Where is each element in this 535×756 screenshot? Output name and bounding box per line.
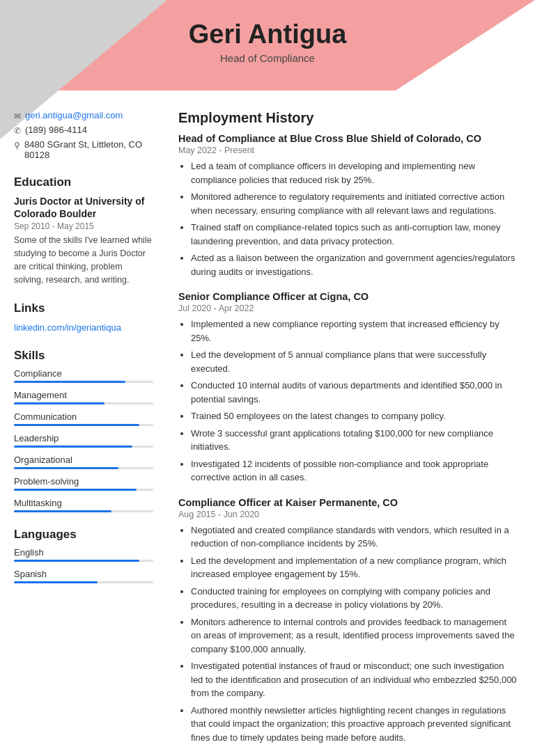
job-bullet: Authored monthly newsletter articles hig… (191, 704, 518, 745)
main-content: Employment History Head of Compliance at… (167, 110, 535, 756)
languages-title: Languages (14, 528, 153, 542)
skill-bar-fill (14, 446, 132, 448)
skill-bar-bg (14, 489, 153, 491)
skill-name: Compliance (14, 368, 153, 379)
job-bullet: Monitored adherence to regulatory requir… (191, 190, 518, 217)
job-block: Head of Compliance at Blue Cross Blue Sh… (178, 133, 518, 278)
language-item: English (14, 547, 153, 562)
skill-item: Leadership (14, 433, 153, 448)
skills-list: Compliance Management Communication Lead… (14, 368, 153, 512)
job-bullet: Investigated 12 incidents of possible no… (191, 457, 518, 485)
skill-name: Management (14, 390, 153, 400)
job-bullets: Negotiated and created compliance standa… (178, 523, 518, 745)
resume-header: Geri Antigua Head of Compliance (0, 0, 535, 75)
languages-section: Languages English Spanish (14, 528, 153, 583)
language-bar-fill (14, 581, 98, 583)
skill-name: Leadership (14, 433, 153, 443)
skill-bar-fill (14, 402, 104, 404)
job-dates: May 2022 - Present (178, 145, 518, 155)
education-section: Education Juris Doctor at University of … (14, 175, 153, 286)
job-bullet: Investigated potential instances of frau… (191, 659, 518, 700)
language-name: Spanish (14, 569, 153, 579)
job-bullet: Wrote 3 successful grant applications to… (191, 427, 518, 454)
skill-name: Communication (14, 411, 153, 422)
job-dates: Jul 2020 - Apr 2022 (178, 304, 518, 313)
email-item: ✉ geri.antigua@gmail.com (14, 110, 153, 121)
skill-item: Multitasking (14, 498, 153, 512)
skill-item: Organizational (14, 455, 153, 469)
skill-bar-fill (14, 510, 111, 512)
skills-section: Skills Compliance Management Communicati… (14, 349, 153, 512)
phone-icon: ✆ (14, 126, 21, 136)
skill-bar-bg (14, 381, 153, 383)
location-icon: ⚲ (14, 141, 20, 150)
skill-item: Management (14, 390, 153, 404)
skills-title: Skills (14, 349, 153, 363)
job-bullet: Led the development and implementation o… (191, 554, 518, 581)
job-dates: Aug 2015 - Jun 2020 (178, 510, 518, 519)
job-title: Head of Compliance at Blue Cross Blue Sh… (178, 133, 518, 144)
address-item: ⚲ 8480 SGrant St, Littleton, CO 80128 (14, 139, 153, 160)
links-section: Links linkedin.com/in/geriantiqua (14, 301, 153, 333)
skill-bar-bg (14, 446, 153, 448)
job-bullet: Trained staff on compliance-related topi… (191, 221, 518, 248)
skill-name: Problem-solving (14, 476, 153, 487)
skill-bar-fill (14, 381, 125, 383)
job-block: Compliance Officer at Kaiser Permanente,… (178, 497, 518, 745)
skill-bar-bg (14, 424, 153, 426)
resume-container: Geri Antigua Head of Compliance ✉ geri.a… (0, 0, 535, 756)
job-bullet: Conducted 10 internal audits of various … (191, 379, 518, 406)
skill-bar-bg (14, 402, 153, 404)
content-area: ✉ geri.antigua@gmail.com ✆ (189) 986-411… (0, 110, 535, 756)
candidate-title: Head of Compliance (14, 52, 521, 64)
email-icon: ✉ (14, 111, 21, 121)
contact-section: ✉ geri.antigua@gmail.com ✆ (189) 986-411… (14, 110, 153, 160)
skill-bar-bg (14, 510, 153, 512)
job-bullet: Trained 50 employees on the latest chang… (191, 409, 518, 423)
skill-bar-fill (14, 424, 139, 426)
phone-item: ✆ (189) 986-4114 (14, 125, 153, 136)
skill-item: Communication (14, 411, 153, 426)
education-title: Education (14, 175, 153, 189)
skill-name: Multitasking (14, 498, 153, 508)
language-item: Spanish (14, 569, 153, 583)
skill-bar-fill (14, 489, 137, 491)
job-block: Senior Compliance Officer at Cigna, CO J… (178, 291, 518, 485)
job-bullet: Conducted training for employees on comp… (191, 585, 518, 612)
degree-title: Juris Doctor at University of Colorado B… (14, 195, 153, 220)
address-text: 8480 SGrant St, Littleton, CO 80128 (24, 139, 153, 160)
skill-bar-fill (14, 467, 118, 469)
job-bullet: Monitors adherence to internal controls … (191, 615, 518, 656)
languages-list: English Spanish (14, 547, 153, 583)
links-title: Links (14, 301, 153, 315)
sidebar: ✉ geri.antigua@gmail.com ✆ (189) 986-411… (0, 110, 167, 756)
job-title: Compliance Officer at Kaiser Permanente,… (178, 497, 518, 508)
employment-section-title: Employment History (178, 110, 518, 126)
edu-description: Some of the skills I've learned while st… (14, 234, 153, 286)
language-bar-bg (14, 560, 153, 562)
job-bullet: Led a team of compliance officers in dev… (191, 159, 518, 187)
email-address[interactable]: geri.antigua@gmail.com (25, 110, 123, 120)
job-bullet: Acted as a liaison between the organizat… (191, 251, 518, 278)
job-bullets: Led a team of compliance officers in dev… (178, 159, 518, 278)
language-name: English (14, 547, 153, 558)
job-bullet: Implemented a new compliance reporting s… (191, 317, 518, 345)
language-bar-bg (14, 581, 153, 583)
candidate-name: Geri Antigua (14, 19, 521, 49)
skill-item: Compliance (14, 368, 153, 383)
job-bullet: Negotiated and created compliance standa… (191, 523, 518, 551)
skill-name: Organizational (14, 455, 153, 465)
job-title: Senior Compliance Officer at Cigna, CO (178, 291, 518, 302)
language-bar-fill (14, 560, 139, 562)
job-bullets: Implemented a new compliance reporting s… (178, 317, 518, 485)
edu-dates: Sep 2010 - May 2015 (14, 221, 153, 231)
skill-item: Problem-solving (14, 476, 153, 491)
skill-bar-bg (14, 467, 153, 469)
jobs-list: Head of Compliance at Blue Cross Blue Sh… (178, 133, 518, 744)
job-bullet: Led the development of 5 annual complian… (191, 348, 518, 375)
phone-number: (189) 986-4114 (25, 125, 87, 135)
linkedin-link[interactable]: linkedin.com/in/geriantiqua (14, 322, 121, 333)
